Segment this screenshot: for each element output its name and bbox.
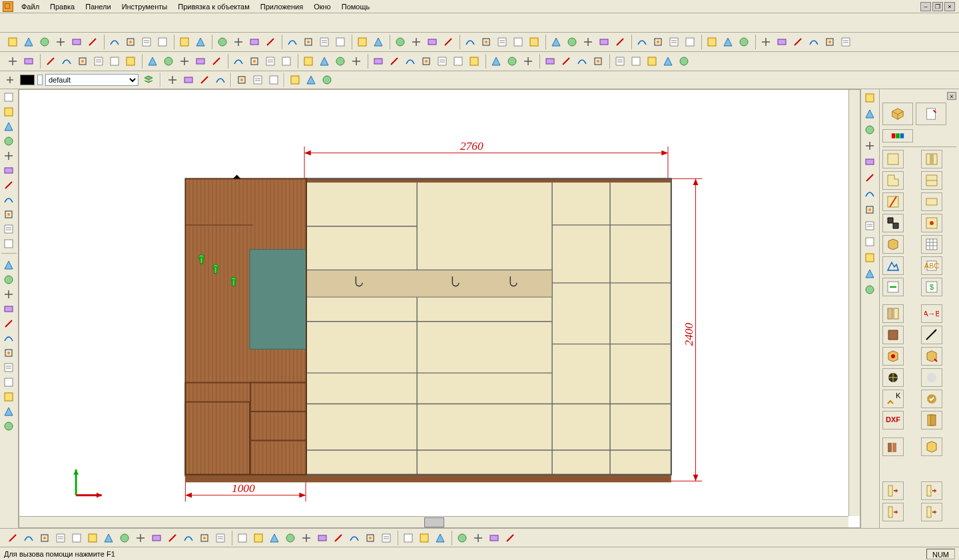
tb2-btn-20[interactable]	[349, 54, 364, 69]
curve-anchor-icon[interactable]	[1, 361, 16, 374]
menu-apps[interactable]: Приложения	[255, 1, 308, 12]
tb2-btn-33[interactable]	[575, 54, 589, 69]
menu-edit[interactable]: Правка	[45, 1, 80, 12]
curve-zig-b-icon[interactable]	[1, 332, 16, 345]
panel-tool-3[interactable]	[921, 171, 942, 190]
tb1-btn-27[interactable]	[479, 35, 493, 49]
panel-tool-8[interactable]	[882, 235, 904, 254]
curve-zig-a-icon[interactable]	[1, 317, 16, 330]
bt-btn-17[interactable]	[283, 531, 298, 545]
curve-sketch-icon[interactable]	[1, 376, 16, 389]
layer-tool-8[interactable]	[304, 73, 318, 87]
bt-btn-21[interactable]	[347, 531, 362, 545]
rt-printer-icon[interactable]	[862, 250, 877, 265]
tb1-btn-16[interactable]	[285, 35, 300, 49]
tb2-btn-10[interactable]	[177, 54, 192, 69]
menu-window[interactable]: Окно	[308, 1, 336, 12]
panel-tool-9[interactable]	[921, 235, 942, 254]
tb2-btn-23[interactable]	[403, 54, 418, 69]
panel-tool-26[interactable]	[882, 437, 904, 456]
tb2-btn-0[interactable]	[5, 54, 20, 69]
rt-list-icon[interactable]	[862, 282, 877, 297]
tb1-btn-37[interactable]	[651, 35, 665, 49]
tb1-btn-25[interactable]	[441, 35, 456, 49]
tb1-btn-47[interactable]	[822, 35, 837, 49]
panel-tool-27[interactable]	[921, 437, 942, 456]
layer-tool-5[interactable]	[250, 73, 265, 87]
tb1-btn-29[interactable]	[511, 35, 525, 49]
panel-tool-23[interactable]	[921, 390, 942, 408]
curve-pick-icon[interactable]	[1, 405, 16, 418]
tb1-btn-23[interactable]	[409, 35, 424, 49]
panel-bottom-1[interactable]	[921, 481, 942, 500]
panel-tool-2[interactable]	[882, 171, 904, 190]
tb1-btn-24[interactable]	[425, 35, 440, 49]
curve-cross-icon[interactable]	[1, 420, 16, 433]
tb1-btn-2[interactable]	[37, 35, 52, 49]
tb2-btn-28[interactable]	[489, 54, 503, 69]
tb1-btn-0[interactable]	[5, 35, 20, 49]
tb2-btn-9[interactable]	[161, 54, 176, 69]
tb2-btn-15[interactable]	[263, 54, 278, 69]
bt-btn-24[interactable]	[401, 531, 416, 545]
tb2-btn-14[interactable]	[247, 54, 262, 69]
bt-btn-29[interactable]	[487, 531, 501, 545]
panel-tool-14[interactable]	[882, 304, 904, 323]
panel-box-icon[interactable]	[882, 103, 913, 125]
tb1-btn-14[interactable]	[247, 35, 262, 49]
tb2-btn-2[interactable]	[43, 54, 58, 69]
tb2-btn-34[interactable]	[591, 54, 605, 69]
tb2-btn-18[interactable]	[317, 54, 332, 69]
bt-btn-1[interactable]	[21, 531, 36, 545]
tb2-btn-24[interactable]	[419, 54, 434, 69]
rt-anchor2-icon[interactable]	[862, 186, 877, 201]
layer-tool-7[interactable]	[288, 73, 302, 87]
tb2-btn-1[interactable]	[21, 54, 36, 69]
menu-panels[interactable]: Панели	[80, 1, 116, 12]
tb1-btn-3[interactable]	[53, 35, 68, 49]
curve-wave-b-icon[interactable]	[1, 302, 16, 316]
panel-bottom-0[interactable]	[882, 481, 904, 500]
tb2-btn-27[interactable]	[467, 54, 481, 69]
tb2-btn-22[interactable]	[387, 54, 402, 69]
bt-btn-2[interactable]	[37, 531, 52, 545]
tb2-btn-37[interactable]	[645, 54, 659, 69]
bt-btn-12[interactable]	[197, 531, 212, 545]
horizontal-scrollbar[interactable]	[19, 516, 848, 527]
bt-btn-26[interactable]	[433, 531, 448, 545]
tb1-btn-8[interactable]	[139, 35, 154, 49]
panel-tool-0[interactable]	[882, 150, 904, 168]
bt-btn-4[interactable]	[69, 531, 84, 545]
tb2-btn-39[interactable]	[677, 54, 691, 69]
bt-btn-0[interactable]	[5, 531, 20, 545]
tb1-btn-42[interactable]	[737, 35, 751, 49]
tb2-btn-17[interactable]	[301, 54, 316, 69]
bt-btn-18[interactable]	[299, 531, 314, 545]
tb1-btn-45[interactable]	[791, 35, 805, 49]
bt-btn-16[interactable]	[267, 531, 282, 545]
bt-btn-6[interactable]	[101, 531, 116, 545]
draw-polygon-icon[interactable]	[1, 208, 16, 221]
tb2-btn-12[interactable]	[209, 54, 224, 69]
tb1-btn-38[interactable]	[667, 35, 681, 49]
tb1-btn-18[interactable]	[317, 35, 332, 49]
tb2-btn-6[interactable]	[107, 54, 122, 69]
bt-btn-19[interactable]	[315, 531, 330, 545]
layers-icon[interactable]	[141, 73, 156, 87]
panel-close-icon[interactable]: ×	[947, 92, 956, 100]
tb2-btn-16[interactable]	[279, 54, 294, 69]
tb1-btn-40[interactable]	[705, 35, 719, 49]
curve-guide-icon[interactable]	[1, 390, 16, 404]
rt-bracket-icon[interactable]	[862, 91, 877, 105]
layer-pin-icon[interactable]	[3, 73, 17, 87]
panel-tool-16[interactable]	[882, 326, 904, 344]
menu-help[interactable]: Помощь	[336, 1, 376, 12]
close-button[interactable]: ×	[944, 2, 955, 11]
rt-diag-icon[interactable]	[862, 154, 877, 169]
panel-doc-icon[interactable]	[916, 103, 946, 125]
tb2-btn-8[interactable]	[145, 54, 160, 69]
rt-line2-icon[interactable]	[862, 139, 877, 153]
tb1-btn-28[interactable]	[495, 35, 509, 49]
tb2-btn-4[interactable]	[75, 54, 90, 69]
tb1-btn-4[interactable]	[69, 35, 84, 49]
